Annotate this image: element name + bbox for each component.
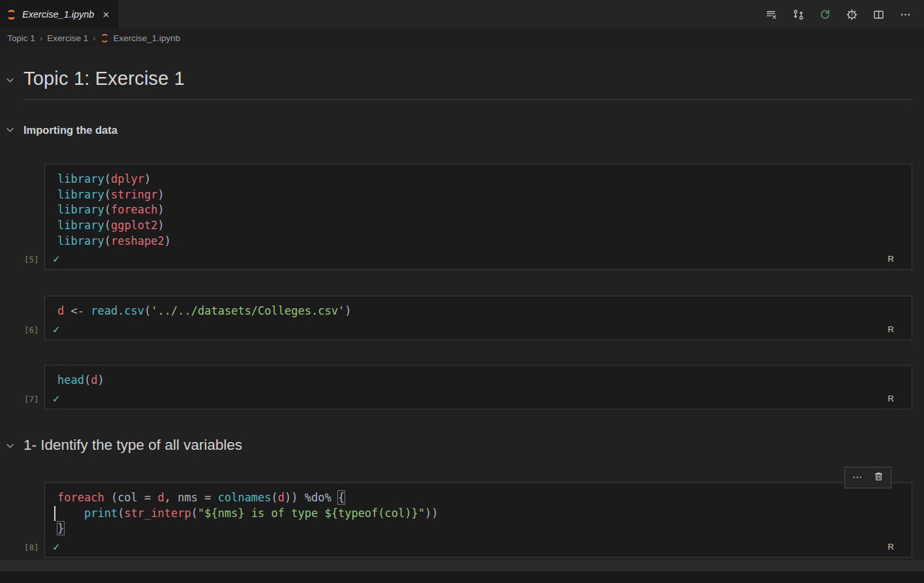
code-token: print	[84, 507, 117, 520]
code-token: colnames	[218, 491, 271, 504]
trash-icon[interactable]	[874, 471, 884, 484]
code-area[interactable]: d <- read.csv('../../datasets/Colleges.c…	[45, 296, 912, 319]
code-line[interactable]: head(d)	[57, 373, 906, 388]
code-token: library	[57, 188, 104, 201]
code-token: )	[158, 188, 164, 201]
code-token: ))	[425, 507, 438, 520]
code-line[interactable]: library(stringr)	[57, 187, 906, 203]
code-line[interactable]: library(ggplot2)	[57, 218, 906, 234]
cell-editor[interactable]: foreach (col = d, nms = colnames(d)) %do…	[44, 482, 912, 558]
more-actions-icon[interactable]	[900, 9, 911, 20]
restart-kernel-icon[interactable]	[820, 9, 831, 20]
code-token: (	[84, 373, 91, 386]
kernel-settings-icon[interactable]: ?	[846, 9, 857, 20]
code-token: )	[158, 203, 164, 216]
code-line[interactable]: print(str_interp("${nms} is of type ${ty…	[57, 506, 906, 522]
cell-status-bar: ✓R	[45, 388, 912, 409]
code-token: reshape2	[111, 234, 164, 247]
section-heading: Importing the data	[23, 123, 912, 136]
code-token: )	[164, 234, 171, 247]
code-cell[interactable]: [8] ⋯ foreach (col = d, nms = colnames(d…	[44, 482, 912, 558]
code-token: )	[158, 219, 164, 232]
markdown-cell-importing[interactable]: Importing the data	[23, 123, 912, 136]
notebook-toolbar: ?	[766, 0, 924, 29]
code-token: foreach	[57, 491, 104, 504]
code-token: }	[57, 522, 64, 535]
breadcrumb-separator-icon: ›	[40, 33, 42, 43]
breadcrumb-exercise-1[interactable]: Exercise 1	[47, 33, 88, 43]
code-area[interactable]: library(dplyr)library(stringr)library(fo…	[45, 165, 912, 249]
split-editor-icon[interactable]	[873, 9, 884, 20]
tab-exercise-1[interactable]: Exercise_1.ipynb ×	[0, 0, 119, 29]
code-area[interactable]: foreach (col = d, nms = colnames(d)) %do…	[45, 483, 912, 537]
code-line[interactable]: foreach (col = d, nms = colnames(d)) %do…	[57, 490, 906, 506]
execution-count: [5]	[24, 255, 39, 264]
cell-editor[interactable]: head(d)✓R	[44, 365, 912, 409]
code-cell-group-1: [5]library(dplyr)library(stringr)library…	[0, 164, 924, 409]
breadcrumb-file[interactable]: Exercise_1.ipynb	[114, 33, 181, 43]
code-token: <-	[64, 304, 91, 317]
code-token: foreach	[111, 203, 158, 216]
execution-count: [6]	[24, 325, 39, 335]
code-token: d	[91, 373, 97, 386]
code-token: )	[97, 373, 104, 386]
code-token: head	[57, 373, 84, 386]
code-cell[interactable]: [6]d <- read.csv('../../datasets/College…	[44, 296, 912, 340]
code-token: library	[57, 234, 104, 247]
breadcrumb-topic-1[interactable]: Topic 1	[7, 33, 35, 43]
close-tab-icon[interactable]: ×	[102, 9, 109, 20]
jupyter-logo-icon	[100, 34, 109, 42]
markdown-cell-identify[interactable]: 1- Identify the type of all variables	[23, 435, 912, 455]
collapse-chevron-icon[interactable]	[5, 440, 16, 451]
code-token: library	[57, 172, 104, 185]
code-token	[57, 507, 84, 520]
markdown-cell-title[interactable]: Topic 1: Exercise 1	[23, 67, 912, 100]
code-line[interactable]: library(foreach)	[57, 202, 906, 218]
code-token: dplyr	[111, 172, 144, 185]
success-check-icon: ✓	[52, 254, 61, 264]
success-check-icon: ✓	[52, 542, 61, 552]
code-token: read.csv	[91, 304, 144, 317]
cell-status-bar: ✓R	[45, 249, 912, 269]
code-token: {	[338, 491, 345, 504]
cell-hover-toolbar: ⋯	[844, 467, 891, 488]
code-line[interactable]: d <- read.csv('../../datasets/Colleges.c…	[57, 304, 906, 319]
svg-text:?: ?	[850, 12, 853, 18]
cell-language-label[interactable]: R	[888, 254, 894, 264]
cell-language-label[interactable]: R	[888, 324, 894, 334]
cell-status-bar: ✓R	[45, 537, 912, 557]
code-token: d	[57, 304, 64, 317]
jupyter-logo-icon	[7, 10, 16, 20]
cell-language-label[interactable]: R	[888, 394, 894, 403]
code-token: ggplot2	[111, 219, 158, 232]
cell-status-bar: ✓R	[45, 319, 912, 339]
cell-language-label[interactable]: R	[888, 542, 894, 552]
code-cell[interactable]: [7]head(d)✓R	[44, 365, 912, 409]
code-token: (	[191, 507, 198, 520]
text-cursor	[54, 506, 55, 521]
collapse-chevron-icon[interactable]	[5, 124, 16, 135]
code-area[interactable]: head(d)	[45, 366, 912, 388]
code-token: )) %do%	[285, 491, 338, 504]
code-line[interactable]: }	[57, 521, 906, 537]
code-token: '../../datasets/Colleges.csv'	[151, 304, 345, 317]
code-token: library	[57, 219, 104, 232]
cell-editor[interactable]: d <- read.csv('../../datasets/Colleges.c…	[44, 296, 912, 340]
code-token: (	[117, 507, 124, 520]
code-line[interactable]: library(reshape2)	[57, 234, 906, 249]
code-token: d	[278, 491, 285, 504]
execution-count: [8]	[24, 543, 39, 552]
collapse-chevron-icon[interactable]	[5, 74, 16, 86]
clear-all-outputs-icon[interactable]	[766, 9, 777, 20]
swap-kernel-icon[interactable]	[793, 9, 804, 20]
code-cell-group-2: [8] ⋯ foreach (col = d, nms = colnames(d…	[0, 482, 924, 558]
code-token: (	[104, 188, 111, 201]
cell-more-actions-icon[interactable]: ⋯	[852, 474, 863, 481]
code-token: , nms =	[164, 491, 218, 504]
code-token: d	[158, 491, 164, 504]
cell-editor[interactable]: library(dplyr)library(stringr)library(fo…	[44, 164, 912, 270]
code-token: (	[104, 234, 111, 247]
code-cell[interactable]: [5]library(dplyr)library(stringr)library…	[44, 164, 912, 270]
code-token: )	[345, 304, 351, 317]
code-line[interactable]: library(dplyr)	[57, 172, 906, 187]
